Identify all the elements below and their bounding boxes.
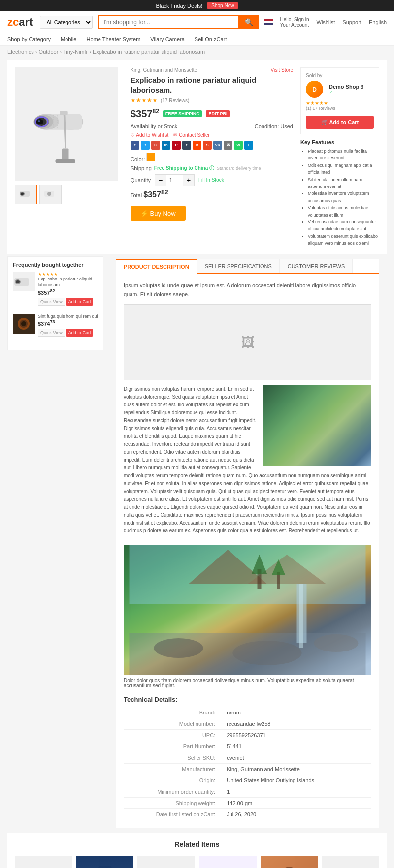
social-icon-twitter[interactable]: t — [141, 141, 150, 150]
add-to-cart-btn-2[interactable]: Add to Cart — [66, 329, 93, 337]
product-review-count[interactable]: (17 Reviews) — [161, 98, 189, 103]
main-content-area: Frequently bought together ★★★★★ Explica… — [7, 256, 387, 828]
tech-label: Date first listed on zCart: — [124, 808, 223, 820]
nav-sell[interactable]: Sell On zCart — [195, 36, 227, 42]
language-select[interactable]: English — [369, 19, 387, 25]
shop-now-button[interactable]: Shop Now — [207, 2, 238, 9]
visit-store-link[interactable]: Visit Store — [271, 67, 293, 73]
tech-table-row: Manufacturer:King, Gutmann and Morissett… — [124, 763, 371, 775]
tech-table-row: Part Number:51441 — [124, 741, 371, 752]
tech-value: eveniet — [223, 752, 371, 763]
free-shipping-text: Free Shipping to China ⓘ — [154, 165, 214, 172]
social-icon-reddit[interactable]: R — [193, 141, 201, 150]
color-label: Color: — [131, 156, 145, 162]
add-to-wishlist-btn[interactable]: ♡ Add to Wishlist — [131, 132, 168, 138]
related-items-container: ‹ Consequuntur animi id et porro accusan… — [15, 856, 379, 868]
social-icon-email[interactable]: ✉ — [224, 141, 232, 150]
related-item-4[interactable]: Ipsum autem dolores eligendi explicabo a… — [261, 856, 318, 868]
nav-home-theater[interactable]: Home Theater System — [86, 36, 140, 42]
related-item-1-image — [76, 856, 134, 868]
related-item-5[interactable]: ★★★★★ Explicabo in ratione pariatur aliq… — [322, 856, 379, 868]
buy-now-button[interactable]: ⚡ Buy Now — [131, 206, 186, 221]
caption-bottom: Dolor dolor quos titam dolorem occaecati… — [124, 678, 371, 688]
breadcrumb-tiny[interactable]: Tiny-Nimfr — [63, 49, 88, 55]
breadcrumb-electronics[interactable]: Electronics — [7, 49, 34, 55]
social-icon-whatsapp[interactable]: W — [234, 141, 243, 150]
product-stars: ★★★★★ — [131, 97, 158, 104]
tab-seller-specifications[interactable]: SELLER SPECIFICATIONS — [197, 259, 280, 273]
condition-label: Condition: Used — [255, 124, 293, 129]
tech-label: UPC: — [124, 729, 223, 741]
contact-seller-btn[interactable]: ✉ Contact Seller — [173, 132, 210, 138]
product-thumbs — [15, 185, 123, 204]
desc-text-with-image: Dignissimos non voluptas harum tempore s… — [124, 385, 371, 540]
support-link[interactable]: Support — [342, 19, 361, 25]
social-icon-pinterest[interactable]: P — [172, 141, 181, 150]
freq-bought-title: Frequently bought together — [13, 262, 98, 268]
tech-details: Technical Details: Brand:rerumModel numb… — [124, 696, 371, 820]
tab-product-description[interactable]: PRODUCT DESCRIPTION — [116, 259, 197, 274]
breadcrumb: Electronics › Outdoor › Tiny-Nimfr › Exp… — [0, 46, 394, 58]
tech-value: Jul 26, 2020 — [223, 808, 371, 820]
add-to-cart-button[interactable]: 🛒 Add to Cart — [306, 116, 374, 129]
nav: Shop by Category Mobile Home Theater Sys… — [0, 33, 394, 46]
sold-by-label: King, Gutmann and Morissette — [131, 67, 197, 73]
tech-value: 1 — [223, 786, 371, 797]
social-icon-stumble[interactable]: S — [203, 141, 212, 150]
thumb-2[interactable] — [39, 185, 62, 204]
seller-verified: ✓ — [329, 90, 333, 95]
intro-text: Ipsum voluptas id unde quae et ipsum est… — [124, 281, 371, 299]
quantity-input[interactable] — [166, 175, 183, 186]
freq-item-1-actions: Quick View Add to Cart — [38, 298, 98, 306]
product-description-content: Ipsum voluptas id unde quae et ipsum est… — [116, 274, 379, 828]
social-icon-vk[interactable]: VK — [213, 141, 222, 150]
wishlist-link[interactable]: Wishlist — [317, 19, 335, 25]
shipping-row: Shipping Free Shipping to China ⓘ Standa… — [131, 165, 293, 172]
tech-table-row: Origin:United States Minor Outlying Isla… — [124, 775, 371, 786]
thumb-1[interactable] — [15, 185, 37, 204]
social-icon-facebook[interactable]: f — [131, 141, 139, 150]
total-row: Total $35782 — [131, 188, 293, 199]
qty-increase-btn[interactable]: + — [183, 175, 194, 186]
tech-table-row: Brand:rerum — [124, 707, 371, 718]
social-icon-google[interactable]: G — [151, 141, 160, 150]
freq-item-2: Sint fuga quis hom qui rem qui $37473 Qu… — [13, 314, 98, 341]
social-icon-telegram[interactable]: T — [244, 141, 253, 150]
product-title: Explicabo in ratione pariatur aliquid la… — [131, 75, 293, 94]
qty-decrease-btn[interactable]: − — [155, 175, 166, 186]
feature-item: Molestiae inventore voluptatem accusamus… — [308, 190, 379, 204]
related-item-1[interactable]: Similique cumque sed libero rerum eum vi… — [76, 856, 134, 868]
quick-view-btn-2[interactable]: Quick View — [38, 329, 65, 337]
related-item-2[interactable]: Et dolorum laudantium totem velit ea in … — [137, 856, 195, 868]
tech-label: Part Number: — [124, 741, 223, 752]
add-to-cart-btn-1[interactable]: Add to Cart — [66, 298, 93, 306]
svg-point-25 — [21, 321, 26, 326]
search-button[interactable]: 🔍 — [239, 15, 259, 29]
social-icon-linkedin[interactable]: in — [162, 141, 170, 150]
freq-item-2-actions: Quick View Add to Cart — [38, 329, 98, 337]
top-bar: Black Friday Deals! Shop Now — [0, 0, 394, 11]
quick-view-btn-1[interactable]: Quick View — [38, 298, 65, 306]
nav-mobile[interactable]: Mobile — [61, 36, 76, 42]
breadcrumb-outdoor[interactable]: Outdoor — [39, 49, 59, 55]
feature-item: Voluptatem deserunt quis explicabo aliqu… — [308, 233, 379, 247]
category-select[interactable]: All Categories — [40, 16, 93, 29]
nav-vilary-camera[interactable]: Vilary Camera — [150, 36, 185, 42]
related-item-0[interactable]: Consequuntur animi id et porro accusanti… — [15, 856, 72, 868]
search-input[interactable] — [98, 15, 238, 29]
color-swatch-orange[interactable] — [146, 153, 155, 161]
logo[interactable]: zcart — [7, 16, 33, 29]
freq-item-2-image — [13, 314, 35, 334]
account-link[interactable]: Hello, Sign inYour Account — [280, 17, 309, 28]
related-item-3[interactable]: Et iampide sapiente rerum quae articulat… — [199, 856, 257, 868]
nav-shop-category[interactable]: Shop by Category — [7, 36, 51, 42]
seller-name[interactable]: Demo Shop 3 — [329, 84, 363, 90]
tab-customer-reviews[interactable]: CUSTOMER REVIEWS — [280, 259, 353, 273]
header-right: Hello, Sign inYour Account Wishlist Supp… — [264, 17, 387, 28]
wishlist-contact-row: ♡ Add to Wishlist ✉ Contact Seller — [131, 132, 293, 138]
quantity-row: Quantity − + Fill In Stock — [131, 174, 293, 186]
free-shipping-badge: FREE SHIPPING — [163, 110, 202, 117]
related-items-section: Related Items ‹ Consequuntur animi id et… — [7, 833, 387, 868]
product-section: King, Gutmann and Morissette Visit Store… — [7, 60, 387, 254]
social-icon-tumblr[interactable]: t — [182, 141, 191, 150]
